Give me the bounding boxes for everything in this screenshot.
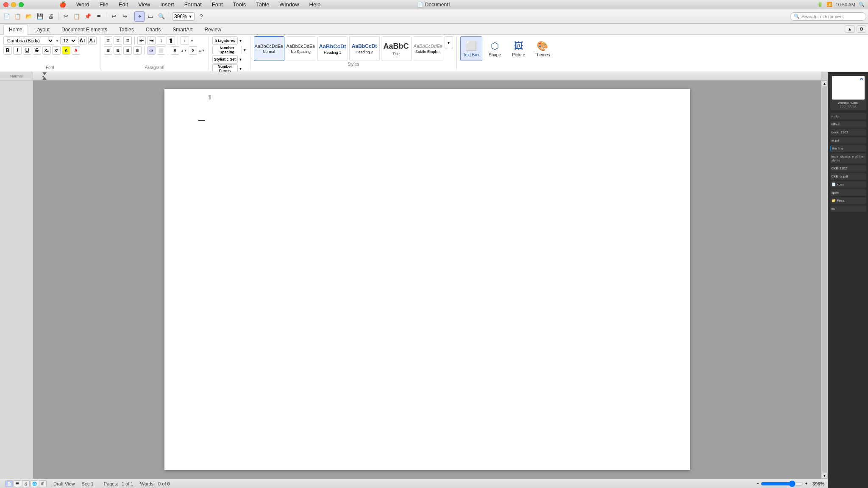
zoom-in-btn[interactable]: + [805, 481, 807, 486]
font-family-arrow[interactable]: ▼ [56, 39, 59, 43]
zoom-fit-btn[interactable]: 🔍 [156, 11, 167, 22]
paste-btn[interactable]: 📌 [83, 11, 93, 22]
zoom-dropdown-arrow[interactable]: ▼ [189, 14, 192, 19]
file-item-atpd[interactable]: at.pd [830, 137, 866, 144]
ligatures-btn[interactable]: fi Ligatures [212, 36, 238, 45]
indent-marker-left[interactable] [42, 72, 47, 75]
style-heading1[interactable]: AaBbCcDt Heading 1 [317, 36, 348, 61]
align-right-btn[interactable]: ≡ [123, 46, 132, 55]
outline-view-btn[interactable]: ☰ [14, 480, 21, 487]
apple-menu[interactable]: 🍎 [58, 0, 68, 8]
zoom-out-btn[interactable]: − [757, 481, 759, 486]
window-menu[interactable]: Window [278, 0, 300, 8]
shading-btn[interactable]: ▭ [147, 46, 156, 55]
file-item-xpan1[interactable]: 📄xpan [830, 181, 866, 188]
tab-charts[interactable]: Charts [140, 25, 166, 34]
undo-btn[interactable]: ↩ [108, 11, 119, 22]
align-center-btn[interactable]: ≡ [114, 46, 122, 55]
italic-btn[interactable]: I [13, 46, 22, 55]
doc-thumbnail-item[interactable]: W WordtoInDesi 100_PANA [830, 74, 866, 110]
search-icon[interactable]: 🔍 [859, 2, 865, 7]
bullet-list-btn[interactable]: ≡ [104, 36, 112, 45]
open-btn[interactable]: 📂 [24, 11, 34, 22]
file-menu[interactable]: File [98, 0, 110, 8]
spacing-after-arrows[interactable]: ▲▼ [198, 49, 205, 53]
font-color-btn[interactable]: A [72, 46, 80, 55]
style-subtle[interactable]: AaBbCcDdEe Subtle Emph... [413, 36, 443, 61]
scroll-up-btn[interactable]: ▲ [822, 80, 828, 86]
align-left-btn[interactable]: ≡ [104, 46, 112, 55]
file-item-nzip[interactable]: n.zip [830, 113, 866, 119]
multilevel-list-btn[interactable]: ≡ [123, 36, 132, 45]
show-marks-btn[interactable]: ¶ [167, 36, 175, 45]
web-view-btn[interactable]: 🌐 [31, 480, 38, 487]
print-btn[interactable]: 🖨 [46, 11, 56, 22]
scroll-thumb[interactable] [822, 87, 827, 472]
word-menu[interactable]: Word [75, 0, 91, 8]
themes-btn[interactable]: 🎨 Themes [531, 36, 554, 61]
document-page[interactable]: ¶ [164, 89, 690, 470]
style-title[interactable]: AaBbC Title [381, 36, 412, 61]
ribbon-settings-btn[interactable]: ⚙ [857, 25, 866, 33]
search-input[interactable] [801, 14, 861, 19]
number-spacing-btn[interactable]: Number Spacing [212, 46, 242, 54]
close-button[interactable] [3, 2, 8, 7]
border-btn[interactable]: ⬜ [157, 46, 165, 55]
highlight-btn[interactable]: A [62, 46, 70, 55]
increase-indent-btn[interactable]: ⇥ [147, 36, 156, 45]
save-btn[interactable]: 💾 [35, 11, 45, 22]
document-content[interactable] [198, 116, 656, 122]
file-item-book[interactable]: book_2102 [830, 129, 866, 136]
draft-view-btn[interactable]: 📄 [5, 480, 13, 487]
zoom-display[interactable]: 396% ▼ [172, 12, 195, 21]
tab-document-elements[interactable]: Document Elements [56, 25, 113, 34]
stylistic-sets-arrow[interactable]: ▼ [239, 58, 242, 61]
line-spacing-arrow[interactable]: ▼ [190, 39, 194, 43]
spacing-after-btn[interactable]: 0 [189, 46, 197, 55]
scroll-down-btn[interactable]: ▼ [822, 473, 828, 479]
underline-btn[interactable]: U [23, 46, 31, 55]
decrease-indent-btn[interactable]: ⇤ [137, 36, 146, 45]
table-menu[interactable]: Table [254, 0, 271, 8]
style-heading2[interactable]: AaBbCcDt Heading 2 [349, 36, 380, 61]
insert-menu[interactable]: Insert [159, 0, 176, 8]
font-size-select[interactable]: 12 [60, 36, 77, 45]
bold-btn[interactable]: B [3, 46, 12, 55]
picture-btn[interactable]: 🖼 Picture [508, 36, 530, 61]
maximize-button[interactable] [19, 2, 24, 7]
tab-smartart[interactable]: SmartArt [167, 25, 198, 34]
vertical-scrollbar[interactable]: ▲ ▼ [821, 80, 828, 479]
tab-layout[interactable]: Layout [29, 25, 55, 34]
print-view-btn[interactable]: 🖨 [22, 480, 30, 487]
file-item-styles[interactable]: les in dicator, n of the styles [830, 153, 866, 164]
cut-btn[interactable]: ✂ [61, 11, 71, 22]
spacing-before-arrows[interactable]: ▲▼ [181, 49, 187, 53]
view-menu[interactable]: View [136, 0, 152, 8]
tab-tables[interactable]: Tables [114, 25, 139, 34]
subscript-btn[interactable]: X₂ [42, 46, 51, 55]
style-no-spacing[interactable]: AaBbCcDdEe No Spacing [286, 36, 316, 61]
file-item-ckepdf[interactable]: CKE-dr.pdf [830, 173, 866, 180]
shape-btn[interactable]: ⬡ Shape [484, 36, 506, 61]
number-spacing-arrow[interactable]: ▼ [243, 48, 247, 52]
new-btn[interactable]: 📄 [2, 11, 12, 22]
font-family-select[interactable]: Cambria (Body) [3, 36, 54, 45]
file-item-kifest[interactable]: kiFest [830, 121, 866, 128]
font-size-increase-btn[interactable]: A↑ [78, 36, 87, 45]
zoom-help-btn[interactable]: ? [196, 11, 206, 22]
indent-marker-hanging[interactable] [42, 77, 47, 80]
strikethrough-btn[interactable]: S [33, 46, 41, 55]
file-item-es[interactable]: es [830, 205, 866, 212]
line-spacing-btn[interactable]: ↕ [181, 36, 189, 45]
tab-review[interactable]: Review [199, 25, 226, 34]
file-item-files[interactable]: 📁Files. [830, 197, 866, 204]
select-btn[interactable]: ▭ [145, 11, 156, 22]
style-normal[interactable]: AaBbCcDdEe Normal [254, 36, 284, 61]
file-item-fineart[interactable]: the fine [830, 145, 866, 152]
ribbon-collapse-btn[interactable]: ▲ [845, 25, 855, 33]
cursor-btn[interactable]: ⌖ [134, 11, 145, 22]
redo-btn[interactable]: ↪ [120, 11, 130, 22]
help-menu[interactable]: Help [308, 0, 323, 8]
ordered-list-btn[interactable]: ≡ [114, 36, 122, 45]
number-forms-arrow[interactable]: ▼ [239, 67, 242, 71]
